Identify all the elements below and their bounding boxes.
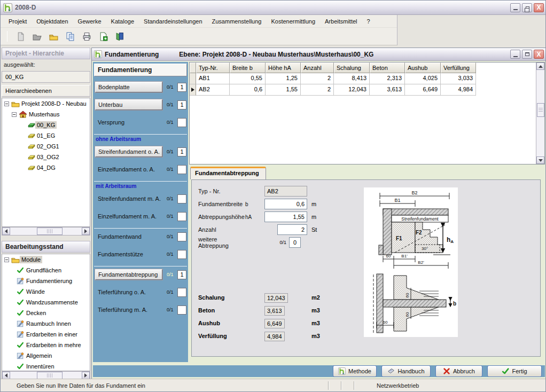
module-node-root[interactable]: Module [2, 254, 90, 265]
collapse-icon[interactable] [4, 257, 9, 262]
fertig-button[interactable]: Fertig [487, 365, 542, 377]
module-fundamentierung[interactable]: Fundamentierung [2, 276, 90, 286]
column-header[interactable]: Typ-Nr. [196, 62, 230, 73]
export-icon[interactable] [97, 30, 109, 42]
menu-kostenermittlung[interactable]: Kostenermittlung [266, 16, 320, 27]
sidebar-item-streifenfundament-oa[interactable]: Streifenfundament o. A. [95, 146, 162, 157]
scroll-left-icon[interactable] [2, 372, 10, 379]
module-raumbuch-innen[interactable]: Raumbuch Innen [2, 318, 90, 329]
column-header[interactable]: Breite b [230, 62, 266, 73]
tab-fundamentabtreppung[interactable]: Fundamentabtreppung [190, 167, 266, 179]
result-value: 3,613 [264, 306, 285, 316]
module-wandzusammenstellung[interactable]: Wandzusammenste [2, 297, 90, 308]
form-input[interactable]: 2 [277, 224, 307, 235]
scroll-thumb[interactable] [37, 228, 63, 235]
methode-button[interactable]: Methode [333, 365, 377, 377]
module-allgemein[interactable]: Allgemein [2, 350, 90, 361]
quantity-box[interactable] [177, 305, 186, 315]
column-header[interactable]: Anzahl [301, 62, 334, 73]
form-input[interactable]: AB2 [264, 186, 307, 197]
sidebar-item-fundamentstuetze[interactable]: Fundamentstütze [95, 249, 162, 259]
tree-node-musterhaus[interactable]: Musterhaus [2, 109, 90, 120]
sidebar-item-einzelfundament-oa[interactable]: Einzelfundament o. A. [95, 164, 162, 174]
sidebar-item-fundamentabtreppung[interactable]: Fundamentabtreppung [95, 269, 162, 280]
form-input[interactable]: 0 [289, 237, 301, 248]
close-button[interactable]: X [534, 3, 544, 12]
quantity-box[interactable] [177, 232, 186, 241]
quantity-box[interactable]: 1 [177, 83, 186, 92]
collapse-icon[interactable] [12, 112, 17, 117]
menu-objektdaten[interactable]: Objektdaten [32, 16, 73, 27]
quantity-box[interactable] [177, 118, 186, 127]
module-waende[interactable]: Wände [2, 286, 90, 297]
table-row[interactable]: AB1 0,55 1,25 2 8,413 2,313 4,025 3,033 [190, 73, 544, 84]
scroll-down-icon[interactable] [536, 156, 544, 164]
form-input[interactable]: 1,55 [264, 211, 307, 222]
menu-standardeinstellungen[interactable]: Standardeinstellungen [139, 16, 207, 27]
menu-projekt[interactable]: Projekt [4, 16, 32, 27]
copy-icon[interactable] [64, 30, 76, 42]
scroll-up-icon[interactable] [536, 62, 544, 70]
minimize-button[interactable] [510, 3, 520, 12]
sidebar-item-versprung[interactable]: Versprung [95, 117, 162, 127]
quantity-box[interactable] [177, 250, 186, 259]
scroll-right-icon[interactable] [82, 228, 90, 235]
exit-icon[interactable] [114, 30, 126, 42]
inner-close-button[interactable]: X [534, 50, 544, 59]
column-header[interactable]: Höhe hA [266, 62, 301, 73]
table-row[interactable]: AB2 0,6 1,55 2 12,043 3,613 6,649 4,984 [190, 84, 544, 96]
scroll-right-icon[interactable] [82, 372, 90, 379]
print-icon[interactable] [81, 30, 92, 42]
quantity-box[interactable] [177, 194, 186, 203]
row-marker [190, 84, 196, 96]
module-erdarbeiten-mehreren[interactable]: Erdarbeiten in mehre [2, 340, 90, 350]
quantity-box[interactable] [177, 212, 186, 221]
scroll-thumb[interactable] [37, 372, 63, 379]
hierarchy-scrollbar[interactable] [2, 227, 90, 236]
menu-arbeitsmittel[interactable]: Arbeitsmittel [320, 16, 362, 27]
inner-minimize-button[interactable] [510, 50, 520, 59]
sidebar-item-tieferfuehrung-oa[interactable]: Tieferführung o. A. [95, 287, 162, 297]
quantity-box[interactable] [177, 165, 186, 174]
tree-node-00-kg[interactable]: 00_KG [2, 120, 90, 130]
new-document-icon[interactable] [14, 30, 26, 42]
quantity-box[interactable]: 1 [177, 270, 186, 279]
sidebar-item-streifenfundament-ma[interactable]: Streifenfundament m. A. [95, 194, 162, 203]
column-header[interactable]: Schalung [334, 62, 370, 73]
restore-button[interactable] [522, 3, 532, 12]
menu-zusammenstellung[interactable]: Zusammenstellung [207, 16, 267, 27]
tree-node-projekt[interactable]: Projekt 2008-D - Neubau [2, 98, 90, 109]
column-header[interactable]: Aushub [405, 62, 441, 73]
handbuch-button[interactable]: Handbuch [381, 365, 431, 377]
scroll-left-icon[interactable] [2, 228, 10, 235]
abbruch-button[interactable]: Abbruch [435, 365, 482, 377]
inner-maximize-button[interactable] [522, 50, 532, 59]
menu-kataloge[interactable]: Kataloge [106, 16, 139, 27]
quantity-box[interactable]: 1 [177, 100, 186, 109]
menu-hilfe[interactable]: ? [362, 16, 375, 27]
quantity-box[interactable] [177, 288, 186, 297]
sidebar-item-einzelfundament-ma[interactable]: Einzelfundament m. A. [95, 211, 162, 221]
module-decken[interactable]: Decken [2, 308, 90, 318]
tree-node-01-eg[interactable]: 01_EG [2, 130, 90, 141]
tree-node-03-og2[interactable]: 03_OG2 [2, 152, 90, 162]
form-input[interactable]: 0,6 [264, 199, 307, 209]
sidebar-item-bodenplatte[interactable]: Bodenplatte [95, 82, 162, 92]
module-innentueren[interactable]: Innentüren [2, 361, 90, 371]
open-icon[interactable] [31, 30, 43, 42]
scroll-thumb[interactable] [537, 103, 544, 117]
table-scrollbar[interactable] [536, 62, 544, 164]
sidebar-item-tieferfuehrung-ma[interactable]: Tieferführung m. A. [95, 305, 162, 315]
column-header[interactable]: Beton [370, 62, 405, 73]
tree-node-04-dg[interactable]: 04_DG [2, 162, 90, 173]
column-header[interactable]: Verfüllung [441, 62, 476, 73]
quantity-box[interactable]: 1 [177, 147, 186, 156]
sidebar-item-unterbau[interactable]: Unterbau [95, 99, 162, 110]
tree-node-02-og1[interactable]: 02_OG1 [2, 141, 90, 152]
collapse-icon[interactable] [4, 101, 9, 106]
menu-gewerke[interactable]: Gewerke [73, 16, 106, 27]
module-grundflaechen[interactable]: Grundflächen [2, 265, 90, 276]
open-folder-icon[interactable] [48, 30, 59, 42]
sidebar-item-fundamentwand[interactable]: Fundamentwand [95, 232, 162, 241]
module-erdarbeiten-einer[interactable]: Erdarbeiten in einer [2, 329, 90, 340]
